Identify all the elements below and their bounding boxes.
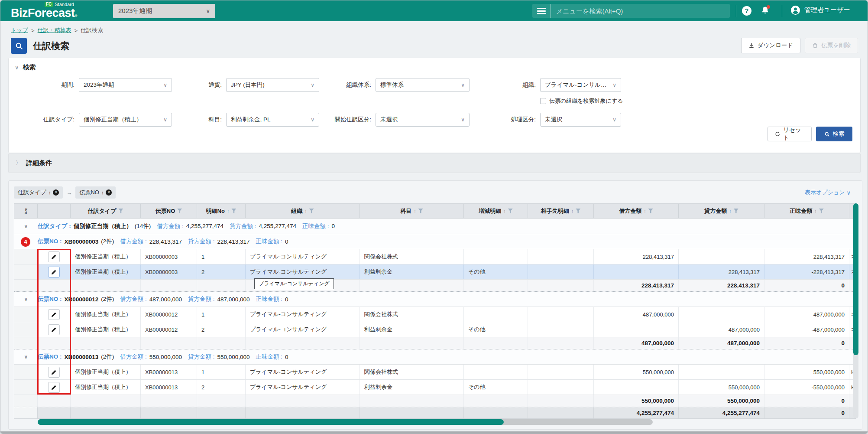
chevron-down-icon: ∨ [311, 82, 314, 88]
display-options-label: 表示オプション [805, 189, 845, 196]
display-options-link[interactable]: 表示オプション ∨ [805, 189, 851, 196]
filter-icon[interactable] [118, 209, 123, 213]
cell-org: プライマル-コンサルティング [246, 322, 360, 337]
org-structure-select[interactable]: 標準体系 ∨ [376, 78, 470, 92]
cell-debit [594, 322, 679, 337]
edit-row-button[interactable] [48, 324, 60, 335]
filter-icon[interactable] [177, 209, 182, 213]
column-header-account[interactable]: 科目↑ [360, 204, 464, 218]
filter-icon[interactable] [819, 209, 824, 213]
subtotal-empty-cell [528, 280, 594, 291]
group-collapse-toggle[interactable]: ∨ [14, 296, 38, 302]
group-chip-voucher-no[interactable]: 伝票NO ↑ × [75, 186, 116, 199]
edit-row-button[interactable] [48, 367, 60, 378]
column-header-net[interactable]: 正味金額↑ [764, 204, 849, 218]
column-header-detail[interactable]: 増減明細↑ [464, 204, 528, 218]
grand-total-debit: 4,255,277,474 [594, 407, 679, 418]
filter-label-org-structure: 組織体系: [321, 81, 371, 89]
filter-icon[interactable] [734, 209, 738, 213]
horizontal-scrollbar-thumb[interactable] [38, 419, 504, 425]
results-table: ∨∧仕訳タイプ伝票NO明細No↑組織↑科目↑増減明細↑相手先明細↑借方金額↑貸方… [14, 203, 856, 419]
account-select[interactable]: 利益剰余金, PL ∨ [226, 113, 319, 127]
menu-search-input[interactable] [551, 4, 730, 18]
group-collapse-toggle[interactable]: ∨ [14, 223, 38, 229]
notification-bell-icon[interactable] [761, 6, 769, 16]
voucher-org-checkbox-row[interactable]: 伝票の組織を検索対象にする [540, 97, 623, 105]
group-sum-value: 550,000,000 [217, 354, 249, 360]
group-chip-journal-type[interactable]: 仕訳タイプ ↑ × [14, 186, 63, 199]
subtotal-net: 0 [764, 280, 849, 291]
table-row: 個別修正当期（積上）XB000000031プライマル-コンサルティング関係会社株… [14, 249, 855, 264]
horizontal-scrollbar-track[interactable] [38, 419, 653, 425]
column-header-org[interactable]: 組織↑ [246, 204, 360, 218]
edit-row-button[interactable] [48, 251, 60, 262]
sort-asc-icon: ↑ [571, 209, 574, 214]
table-row: 個別修正当期（積上）XB000000131プライマル-コンサルティング関係会社株… [14, 365, 855, 380]
search-panel: ∨ 検索 期間: 2023年通期 ∨ 通貨: JPY (日本円) ∨ 組織体系:… [8, 58, 861, 153]
edit-row-button[interactable] [48, 309, 60, 320]
cell-line_no: 1 [197, 307, 246, 322]
breadcrumb-home[interactable]: トップ [11, 26, 28, 34]
column-header-voucher_no[interactable]: 伝票NO [141, 204, 197, 218]
filter-icon[interactable] [418, 209, 423, 213]
group-chip-label: 伝票NO [79, 189, 99, 196]
reset-button[interactable]: リセット [768, 127, 812, 141]
breadcrumb-journal[interactable]: 仕訳・精算表 [38, 26, 71, 34]
download-button[interactable]: ダウンロード [741, 38, 801, 53]
column-header-type[interactable]: 仕訳タイプ [71, 204, 141, 218]
group-label: 伝票NO : [38, 238, 62, 245]
process-class-select[interactable]: 未選択 ∨ [540, 113, 621, 127]
filter-icon[interactable] [648, 209, 653, 213]
remove-chip-icon[interactable]: × [53, 189, 59, 196]
period-select[interactable]: 2023年通期 ∨ [79, 78, 172, 92]
user-menu[interactable]: 管理者ユーザー [790, 5, 850, 15]
sort-asc-icon: ↑ [729, 209, 732, 214]
table-row: 個別修正当期（積上）XB000000121プライマル-コンサルティング関係会社株… [14, 307, 855, 322]
search-section-toggle[interactable]: ∨ 検索 [15, 63, 36, 72]
remove-chip-icon[interactable]: × [106, 189, 112, 196]
cell-net: 550,000,000 [764, 365, 849, 379]
edit-row-button[interactable] [48, 382, 60, 393]
vertical-scrollbar-track[interactable] [853, 203, 858, 418]
currency-select[interactable]: JPY (日本円) ∨ [226, 78, 319, 92]
help-icon[interactable]: ? [742, 6, 751, 16]
menu-search-bar [532, 4, 730, 18]
column-header-debit[interactable]: 借方金額↑ [594, 204, 679, 218]
column-label: 科目 [400, 207, 411, 215]
search-button[interactable]: 検索 [816, 127, 852, 141]
subtotal-credit: 487,000,000 [679, 337, 764, 349]
filter-label-opening-journal: 開始仕訳区分: [321, 116, 371, 124]
group-sum-label: 借方金額 : [157, 222, 184, 230]
column-header-line_no[interactable]: 明細No↑ [197, 204, 246, 218]
opening-journal-select[interactable]: 未選択 ∨ [376, 113, 470, 127]
org-select[interactable]: プライマル-コンサル… ∨ [540, 78, 621, 92]
filter-icon[interactable] [231, 209, 236, 213]
advanced-conditions-toggle[interactable]: 〉 詳細条件 [8, 153, 861, 173]
period-select-header[interactable]: 2023年通期 ∨ [113, 4, 215, 18]
cell-voucher_no: XB00000003 [141, 249, 197, 264]
group-sum-value: 0 [285, 238, 288, 245]
row-gutter [14, 249, 38, 264]
vertical-scrollbar-thumb[interactable] [853, 203, 858, 355]
edit-column-header [38, 204, 71, 218]
group-collapse-toggle[interactable]: ∨ [14, 354, 38, 360]
column-label: 貸方金額 [704, 207, 727, 215]
filter-icon[interactable] [309, 209, 314, 213]
column-header-partner[interactable]: 相手先明細↑ [528, 204, 594, 218]
hamburger-menu-icon[interactable] [537, 8, 546, 14]
chevron-right-icon: 〉 [16, 159, 21, 167]
table-header-row: ∨∧仕訳タイプ伝票NO明細No↑組織↑科目↑増減明細↑相手先明細↑借方金額↑貸方… [14, 204, 855, 219]
group-sum-value: 228,413,317 [149, 238, 182, 245]
group-sum-label: 正味金額 : [302, 222, 329, 230]
group-sum-value: 4,255,277,474 [186, 223, 223, 229]
filter-icon[interactable] [576, 209, 580, 213]
checkbox-unchecked[interactable] [540, 98, 546, 104]
column-header-credit[interactable]: 貸方金額↑ [679, 204, 764, 218]
journal-type-select[interactable]: 個別修正当期（積上） ∨ [79, 113, 172, 127]
delete-voucher-button[interactable]: 伝票を削除 [805, 38, 858, 53]
filter-icon[interactable] [508, 209, 513, 213]
collapse-all-icon[interactable]: ∨∧ [24, 208, 27, 214]
grand-total-empty-cell [360, 407, 464, 418]
column-label: 正味金額 [790, 207, 812, 215]
edit-row-button[interactable] [48, 267, 60, 277]
